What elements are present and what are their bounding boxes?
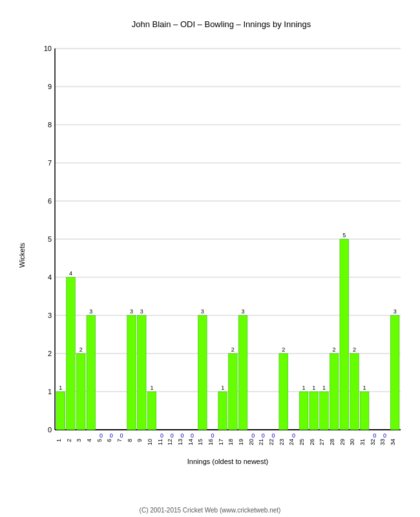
svg-rect-90 bbox=[320, 392, 329, 430]
svg-rect-99 bbox=[350, 353, 359, 430]
svg-text:7: 7 bbox=[116, 439, 123, 442]
svg-text:0: 0 bbox=[383, 432, 386, 439]
svg-text:9: 9 bbox=[48, 83, 52, 90]
svg-text:17: 17 bbox=[218, 439, 224, 445]
svg-text:6: 6 bbox=[106, 439, 112, 442]
svg-text:1: 1 bbox=[221, 385, 224, 391]
svg-text:1: 1 bbox=[150, 385, 153, 391]
svg-text:16: 16 bbox=[207, 439, 214, 445]
svg-rect-67 bbox=[229, 353, 238, 430]
svg-text:0: 0 bbox=[110, 432, 113, 439]
svg-text:15: 15 bbox=[197, 439, 204, 445]
svg-text:32: 32 bbox=[370, 439, 376, 445]
svg-rect-79 bbox=[279, 353, 288, 430]
svg-rect-48 bbox=[147, 392, 156, 430]
svg-text:3: 3 bbox=[130, 308, 133, 315]
svg-text:3: 3 bbox=[76, 439, 82, 442]
svg-rect-33 bbox=[87, 315, 96, 430]
svg-text:0: 0 bbox=[262, 432, 265, 439]
svg-text:23: 23 bbox=[278, 439, 285, 445]
svg-text:19: 19 bbox=[238, 439, 244, 445]
svg-text:18: 18 bbox=[227, 439, 234, 445]
svg-text:11: 11 bbox=[157, 439, 163, 445]
svg-rect-109 bbox=[390, 315, 399, 430]
svg-text:30: 30 bbox=[349, 439, 355, 445]
svg-text:10: 10 bbox=[147, 439, 153, 445]
svg-text:13: 13 bbox=[177, 439, 184, 445]
svg-text:5: 5 bbox=[342, 232, 346, 238]
svg-text:0: 0 bbox=[272, 432, 275, 439]
svg-rect-96 bbox=[340, 239, 349, 430]
y-axis-label: Wickets bbox=[18, 243, 26, 268]
svg-text:2: 2 bbox=[282, 346, 285, 353]
svg-rect-24 bbox=[56, 392, 65, 430]
svg-text:2: 2 bbox=[48, 350, 52, 357]
svg-text:3: 3 bbox=[140, 308, 143, 315]
svg-text:0: 0 bbox=[120, 432, 123, 439]
svg-text:5: 5 bbox=[48, 235, 52, 243]
svg-text:0: 0 bbox=[251, 432, 255, 439]
svg-text:1: 1 bbox=[302, 385, 306, 391]
svg-text:25: 25 bbox=[299, 439, 305, 445]
svg-text:3: 3 bbox=[48, 311, 52, 319]
svg-text:31: 31 bbox=[359, 439, 366, 445]
chart-svg: 0123456789101142233405060738391100110120… bbox=[36, 36, 407, 475]
svg-rect-30 bbox=[76, 353, 85, 430]
svg-text:21: 21 bbox=[258, 439, 264, 445]
svg-text:3: 3 bbox=[242, 308, 245, 315]
svg-text:7: 7 bbox=[48, 159, 52, 167]
svg-rect-70 bbox=[238, 315, 247, 430]
svg-text:0: 0 bbox=[160, 432, 163, 439]
svg-text:1: 1 bbox=[322, 385, 326, 391]
svg-text:0: 0 bbox=[292, 432, 295, 439]
svg-text:0: 0 bbox=[171, 432, 174, 439]
svg-text:2: 2 bbox=[333, 346, 336, 353]
svg-text:33: 33 bbox=[379, 439, 386, 445]
svg-text:Innings (oldest to newest): Innings (oldest to newest) bbox=[187, 458, 268, 465]
svg-text:20: 20 bbox=[248, 439, 255, 445]
svg-text:0: 0 bbox=[211, 432, 214, 439]
svg-rect-102 bbox=[360, 392, 369, 430]
svg-rect-42 bbox=[127, 315, 136, 430]
svg-text:1: 1 bbox=[56, 439, 62, 442]
svg-text:29: 29 bbox=[339, 439, 346, 445]
svg-text:4: 4 bbox=[69, 270, 72, 277]
svg-text:0: 0 bbox=[100, 432, 103, 439]
svg-text:0: 0 bbox=[373, 432, 376, 439]
svg-text:8: 8 bbox=[48, 121, 52, 129]
svg-text:1: 1 bbox=[363, 385, 366, 391]
svg-text:0: 0 bbox=[180, 432, 184, 439]
svg-text:14: 14 bbox=[187, 439, 194, 445]
svg-text:3: 3 bbox=[394, 308, 397, 315]
svg-rect-64 bbox=[218, 392, 227, 430]
svg-text:27: 27 bbox=[319, 439, 325, 445]
svg-text:3: 3 bbox=[201, 308, 204, 315]
svg-rect-84 bbox=[299, 392, 308, 430]
svg-rect-59 bbox=[198, 315, 207, 430]
svg-text:2: 2 bbox=[66, 439, 72, 442]
svg-text:4: 4 bbox=[86, 439, 92, 442]
svg-text:8: 8 bbox=[127, 439, 133, 442]
svg-text:6: 6 bbox=[48, 197, 52, 205]
svg-text:12: 12 bbox=[167, 439, 173, 445]
svg-text:0: 0 bbox=[191, 432, 194, 439]
svg-rect-87 bbox=[310, 392, 319, 430]
svg-text:4: 4 bbox=[48, 273, 52, 281]
svg-text:0: 0 bbox=[48, 426, 52, 434]
svg-text:2: 2 bbox=[353, 346, 356, 353]
footer: (C) 2001-2015 Cricket Web (www.cricketwe… bbox=[0, 507, 420, 514]
svg-text:9: 9 bbox=[136, 439, 143, 442]
svg-text:3: 3 bbox=[89, 308, 92, 315]
svg-text:10: 10 bbox=[44, 45, 52, 52]
svg-text:1: 1 bbox=[48, 388, 52, 396]
svg-rect-27 bbox=[67, 277, 76, 430]
chart-container: John Blain – ODI – Bowling – Innings by … bbox=[0, 0, 420, 517]
svg-text:22: 22 bbox=[268, 439, 275, 445]
svg-text:24: 24 bbox=[288, 439, 295, 445]
svg-rect-45 bbox=[137, 315, 146, 430]
svg-text:26: 26 bbox=[309, 439, 315, 445]
chart-title: John Blain – ODI – Bowling – Innings by … bbox=[36, 19, 407, 29]
svg-text:1: 1 bbox=[312, 385, 315, 391]
chart-area: Wickets 01234567891011422334050607383911… bbox=[36, 36, 407, 475]
svg-text:1: 1 bbox=[59, 385, 62, 391]
